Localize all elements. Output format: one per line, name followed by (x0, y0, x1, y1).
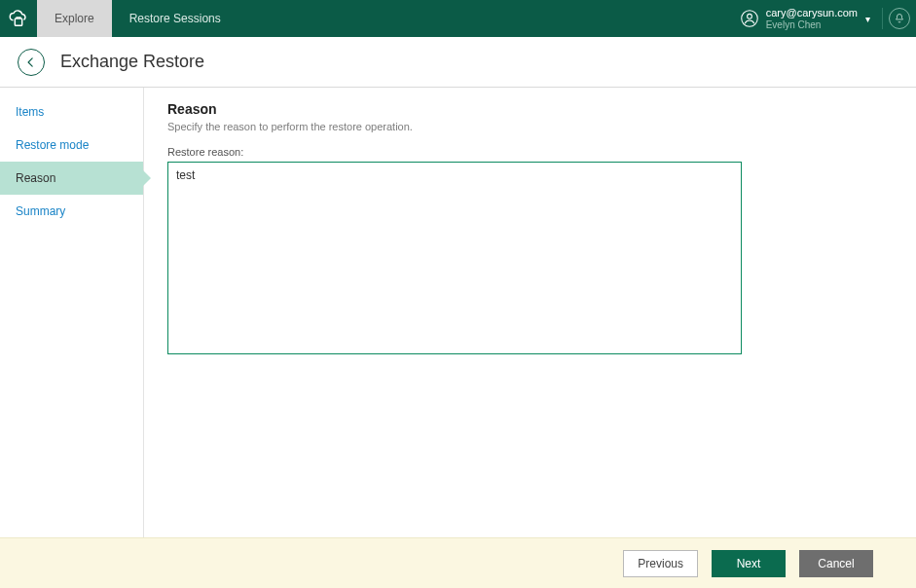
user-text: cary@carysun.com Evelyn Chen (766, 7, 858, 29)
bell-icon (894, 13, 905, 24)
svg-rect-0 (15, 18, 21, 25)
page-header: Exchange Restore (0, 37, 916, 88)
cancel-button[interactable]: Cancel (799, 550, 873, 577)
user-email: cary@carysun.com (766, 7, 858, 18)
user-display-name: Evelyn Chen (766, 19, 858, 30)
button-label: Cancel (818, 557, 854, 570)
section-title: Reason (167, 101, 893, 117)
tab-label: Restore Sessions (129, 12, 221, 25)
step-label: Items (16, 105, 44, 119)
notifications-button[interactable] (883, 0, 916, 37)
wizard-footer: Previous Next Cancel (0, 537, 916, 588)
step-label: Restore mode (16, 138, 89, 152)
button-label: Next (737, 557, 761, 570)
arrow-left-icon (24, 55, 38, 69)
cloud-restore-icon (8, 8, 29, 29)
step-label: Reason (16, 171, 55, 185)
section-subtitle: Specify the reason to perform the restor… (167, 121, 893, 132)
button-label: Previous (638, 557, 683, 570)
page-title: Exchange Restore (60, 52, 204, 72)
tab-label: Explore (55, 12, 94, 25)
top-bar: Explore Restore Sessions cary@carysun.co… (0, 0, 916, 37)
wizard-step-items[interactable]: Items (0, 95, 143, 129)
wizard-step-restore-mode[interactable]: Restore mode (0, 129, 143, 162)
svg-point-2 (747, 14, 751, 18)
wizard-main: Reason Specify the reason to perform the… (144, 88, 916, 537)
wizard-body: Items Restore mode Reason Summary Reason… (0, 88, 916, 537)
app-logo (0, 0, 37, 37)
back-button[interactable] (18, 49, 45, 76)
step-label: Summary (16, 204, 65, 218)
wizard-step-reason[interactable]: Reason (0, 162, 143, 195)
next-button[interactable]: Next (712, 550, 786, 577)
reason-input[interactable] (167, 162, 742, 354)
user-icon (741, 10, 758, 27)
user-menu[interactable]: cary@carysun.com Evelyn Chen ▾ (729, 0, 882, 37)
tab-explore[interactable]: Explore (37, 0, 112, 37)
previous-button[interactable]: Previous (623, 550, 698, 577)
wizard-step-summary[interactable]: Summary (0, 195, 143, 228)
wizard-sidebar: Items Restore mode Reason Summary (0, 88, 144, 537)
reason-field-label: Restore reason: (167, 146, 893, 158)
topbar-spacer (238, 0, 729, 37)
chevron-down-icon: ▾ (865, 14, 870, 24)
tab-restore-sessions[interactable]: Restore Sessions (112, 0, 238, 37)
